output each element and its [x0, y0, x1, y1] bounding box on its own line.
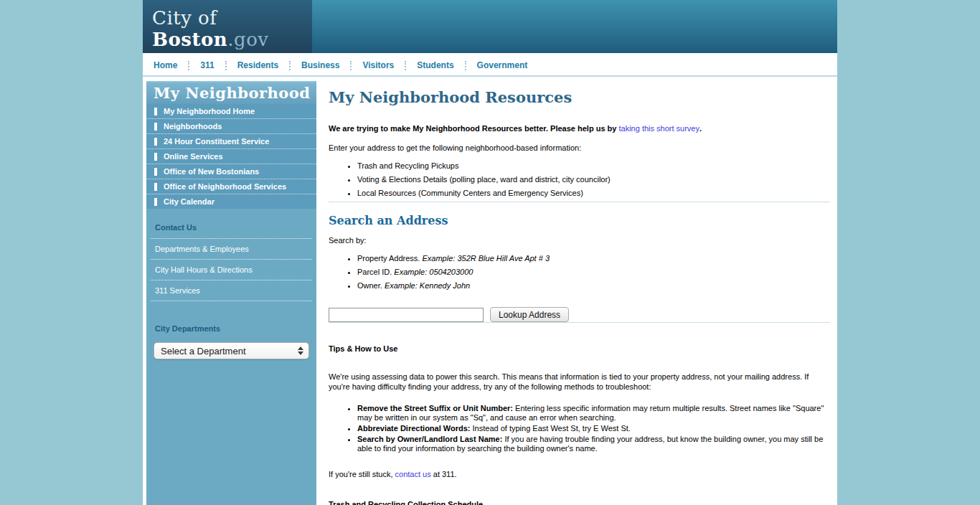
list-item: Parcel ID. Example: 0504203000 [357, 267, 830, 277]
option-example: Example: Kennedy John [385, 281, 470, 290]
nav-311[interactable]: 311 [189, 60, 225, 70]
sidebar-item-online-services[interactable]: Online Services [146, 148, 316, 164]
option-label: Owner. [357, 281, 385, 290]
sidebar-item-24-hour-constituent-service[interactable]: 24 Hour Constituent Service [146, 133, 316, 148]
tip-bold: Abbreviate Directional Words: [357, 424, 471, 433]
sidebar-lower: Contact Us Departments & Employees City … [146, 209, 316, 505]
sidebar-title: My Neighborhood [146, 81, 316, 104]
city-of-boston-logo[interactable]: City of Boston.gov Official Web Site of … [143, 0, 312, 53]
sidebar-link-city-hall-hours[interactable]: City Hall Hours & Directions [146, 260, 316, 280]
search-an-address-heading: Search an Address [329, 214, 830, 227]
logo-city-of: City of [152, 7, 217, 29]
sidebar-item-label: City Calendar [164, 197, 215, 206]
sidebar-item-label: 24 Hour Constituent Service [164, 137, 269, 146]
page-title: My Neighborhood Resources [329, 88, 830, 106]
top-navigation: Home 311 Residents Business Visitors Stu… [143, 53, 837, 81]
trash-schedule-heading: Trash and Recycling Collection Schedule [329, 500, 830, 505]
main-content: My Neighborhood Resources We are trying … [316, 81, 837, 505]
logo-text: City of Boston.gov [152, 7, 312, 50]
sidebar-link-311-services[interactable]: 311 Services [146, 280, 316, 301]
option-example: Example: 0504203000 [394, 268, 473, 276]
select-up-down-icon [298, 346, 303, 355]
survey-callout: We are trying to make My Neighborhood Re… [329, 124, 830, 133]
menu-bullet-icon [154, 123, 157, 131]
intro-bullet-list: Trash and Recycling Pickups Voting & Ele… [357, 161, 830, 198]
department-select-value: Select a Department [161, 346, 246, 357]
page-wrapper: City of Boston.gov Official Web Site of … [143, 0, 837, 505]
sidebar: My Neighborhood My Neighborhood Home Nei… [146, 81, 316, 505]
tip-bold: Search by Owner/Landlord Last Name: [357, 435, 502, 443]
sidebar-item-label: My Neighborhood Home [164, 107, 255, 115]
tips-bullet-list: Remove the Street Suffix or Unit Number:… [357, 404, 830, 453]
option-label: Parcel ID. [357, 268, 394, 276]
site-header: City of Boston.gov Official Web Site of … [143, 0, 837, 53]
option-example: Example: 352R Blue Hill Ave Apt # 3 [423, 254, 550, 263]
dotted-divider [151, 301, 312, 301]
sidebar-item-label: Office of Neighborhood Services [164, 182, 286, 191]
survey-link[interactable]: taking this short survey [618, 124, 699, 133]
list-item: Abbreviate Directional Words: Instead of… [357, 424, 830, 433]
stuck-text: If you're still stuck, [329, 470, 395, 478]
nav-residents[interactable]: Residents [227, 60, 289, 70]
sidebar-item-label: Office of New Bostonians [164, 167, 259, 176]
sidebar-item-label: Neighborhoods [164, 122, 222, 131]
address-input[interactable] [329, 308, 484, 322]
tip-bold: Remove the Street Suffix or Unit Number: [357, 404, 513, 412]
menu-bullet-icon [154, 198, 157, 206]
divider [329, 202, 830, 202]
list-item: Local Resources (Community Centers and E… [357, 188, 830, 198]
menu-bullet-icon [154, 138, 157, 146]
stuck-text-after: at 311. [431, 470, 457, 478]
nav-business[interactable]: Business [291, 60, 350, 70]
nav-underline [143, 75, 837, 81]
sidebar-item-office-of-neighborhood-services[interactable]: Office of Neighborhood Services [146, 179, 316, 194]
contact-us-link[interactable]: contact us [395, 470, 431, 478]
list-item: Remove the Street Suffix or Unit Number:… [357, 404, 830, 423]
tip-text: Instead of typing East West St, try E We… [471, 424, 631, 433]
sidebar-item-city-calendar[interactable]: City Calendar [146, 194, 316, 209]
address-lookup-form: Lookup Address [329, 307, 830, 322]
nav-home[interactable]: Home [154, 60, 188, 70]
nav-students[interactable]: Students [406, 60, 464, 70]
list-item: Voting & Elections Details (polling plac… [357, 174, 830, 184]
lookup-address-button[interactable]: Lookup Address [490, 307, 569, 322]
nav-visitors[interactable]: Visitors [352, 60, 405, 70]
menu-bullet-icon [154, 153, 157, 161]
intro-text: Enter your address to get the following … [329, 143, 830, 152]
nav-government[interactable]: Government [466, 60, 539, 70]
survey-period: . [699, 124, 702, 133]
sidebar-link-departments-employees[interactable]: Departments & Employees [146, 239, 316, 259]
survey-text: We are trying to make My Neighborhood Re… [329, 124, 618, 133]
search-options-list: Property Address. Example: 352R Blue Hil… [357, 253, 830, 291]
option-label: Property Address. [357, 254, 423, 263]
sidebar-item-my-neighborhood-home[interactable]: My Neighborhood Home [146, 104, 316, 118]
sidebar-menu: My Neighborhood Home Neighborhoods 24 Ho… [146, 104, 316, 209]
search-by-label: Search by: [329, 236, 830, 245]
sidebar-item-neighborhoods[interactable]: Neighborhoods [146, 118, 316, 133]
list-item: Search by Owner/Landlord Last Name: If y… [357, 435, 830, 453]
logo-boston: Boston [152, 29, 227, 50]
logo-gov: .gov [227, 29, 268, 50]
sidebar-item-office-of-new-bostonians[interactable]: Office of New Bostonians [146, 164, 316, 179]
city-departments-heading: City Departments [146, 324, 316, 339]
tips-heading: Tips & How to Use [329, 344, 830, 353]
menu-bullet-icon [154, 168, 157, 176]
contact-us-heading: Contact Us [146, 223, 316, 238]
header-banner [312, 0, 837, 53]
menu-bullet-icon [154, 108, 157, 115]
department-select[interactable]: Select a Department [154, 342, 309, 359]
sidebar-item-label: Online Services [164, 152, 223, 161]
still-stuck-text: If you're still stuck, contact us at 311… [329, 470, 830, 478]
list-item: Property Address. Example: 352R Blue Hil… [357, 253, 830, 263]
menu-bullet-icon [154, 183, 157, 191]
divider [329, 322, 830, 323]
list-item: Owner. Example: Kennedy John [357, 280, 830, 291]
tips-intro-text: We're using assessing data to power this… [329, 372, 830, 392]
list-item: Trash and Recycling Pickups [357, 161, 830, 171]
